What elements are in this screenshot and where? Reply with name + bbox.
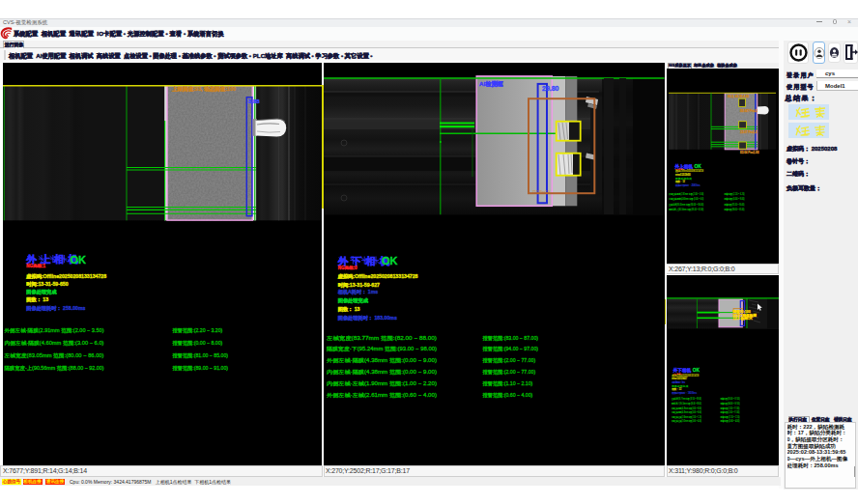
svg-text:相机A耗时： 1ms: 相机A耗时： 1ms — [337, 289, 379, 295]
svg-text:内侧左械-隔膜(4.60mm 范围:(3.00 ~ 6.0): 内侧左械-隔膜(4.60mm 范围:(3.00 ~ 6.0) — [669, 197, 703, 201]
svg-text:12.5 检测OK: 12.5 检测OK — [732, 316, 753, 321]
svg-text:报警范围:(0.00 ~ 8.00): 报警范围:(0.00 ~ 8.00) — [725, 197, 745, 201]
svg-text:报警范围:(1.10 ~ 2.10): 报警范围:(1.10 ~ 2.10) — [721, 414, 740, 418]
svg-text:图像处理耗时： 258.00ms: 图像处理耗时： 258.00ms — [26, 304, 85, 311]
svg-text:内侧左械-左械(1.90mm 范围:(1.00 ~ 2.20: 内侧左械-左械(1.90mm 范围:(1.00 ~ 2.20) — [672, 414, 701, 418]
svg-text:报警范围:(89.00 ~ 91.00): 报警范围:(89.00 ~ 91.00) — [725, 208, 745, 211]
svg-text:隔膜宽度-下(95.24mm 范围:(93.00 ~ 98.: 隔膜宽度-下(95.24mm 范围:(93.00 ~ 98.00) — [327, 346, 437, 352]
svg-text:内侧左械-左械(1.90mm 范围:(1.00 ~ 2.20: 内侧左械-左械(1.90mm 范围:(1.00 ~ 2.20) — [327, 379, 437, 386]
svg-text:上限阈值:93, 动态阈值:100: 上限阈值:93, 动态阈值:100 — [171, 86, 236, 93]
svg-text:外侧左械-左械(2.61mm 范围:(0.60 ~ 4.00: 外侧左械-左械(2.61mm 范围:(0.60 ~ 4.00) — [672, 419, 701, 423]
svg-text:报警范围:(94.00 ~ 97.00): 报警范围:(94.00 ~ 97.00) — [483, 346, 539, 352]
svg-text:隔膜宽度-下(95.24mm 范围:(93.00 ~ 98.: 隔膜宽度-下(95.24mm 范围:(93.00 ~ 98.00) — [672, 402, 701, 406]
svg-text:NG光梳:0: NG光梳:0 — [338, 265, 358, 269]
svg-text:报警范围:(2.00 ~ 77.00): 报警范围:(2.00 ~ 77.00) — [483, 357, 536, 364]
svg-text:OK: OK — [693, 368, 701, 373]
svg-text:隔膜宽度-上(90.56mm 范围:(88.00 ~ 92.: 隔膜宽度-上(90.56mm 范围:(88.00 ~ 92.00) — [669, 208, 703, 211]
svg-text:图像处理耗时： 258.00ms: 图像处理耗时： 258.00ms — [675, 183, 701, 187]
svg-text:外侧左械-隔膜(2.91mm 范围:(2.00 ~ 3.50: 外侧左械-隔膜(2.91mm 范围:(2.00 ~ 3.50) — [669, 191, 703, 195]
svg-text:图像处理完成: 图像处理完成 — [26, 289, 57, 295]
svg-text:OK: OK — [382, 255, 398, 266]
svg-text:83.64 Pos1.08: 83.64 Pos1.08 — [740, 151, 759, 154]
svg-text:23.07 Pos1.8: 23.07 Pos1.8 — [740, 129, 758, 133]
svg-text:NG光梳:1: NG光梳:1 — [26, 264, 45, 268]
svg-text:隔膜宽度-上(90.56mm 范围:(88.00 ~ 92.: 隔膜宽度-上(90.56mm 范围:(88.00 ~ 92.00) — [4, 365, 103, 372]
svg-text:内侧左械-隔膜(4.38mm 范围:(0.00 ~ 9.00: 内侧左械-隔膜(4.38mm 范围:(0.00 ~ 9.00) — [672, 410, 701, 414]
svg-text:图数： 13: 图数： 13 — [26, 296, 48, 303]
svg-text:外侧左械-左械(2.61mm 范围:(0.60 ~ 4.00: 外侧左械-左械(2.61mm 范围:(0.60 ~ 4.00) — [327, 391, 437, 398]
svg-text:报警范围:(2.20 ~ 3.20): 报警范围:(2.20 ~ 3.20) — [172, 327, 222, 334]
svg-text:AI检测框: AI检测框 — [479, 79, 504, 87]
svg-text:报警范围:(83.00 ~ 87.00): 报警范围:(83.00 ~ 87.00) — [721, 397, 740, 401]
svg-text:图像处理完成: 图像处理完成 — [338, 297, 369, 304]
svg-text:报警范围:(0.00 ~ 8.00): 报警范围:(0.00 ~ 8.00) — [172, 340, 222, 347]
svg-text:左械宽度(83.77mm 范围:(82.00 ~ 88.00: 左械宽度(83.77mm 范围:(82.00 ~ 88.00) — [672, 397, 701, 401]
svg-text:左械宽度(83.77mm 范围:(82.00 ~ 88.00: 左械宽度(83.77mm 范围:(82.00 ~ 88.00) — [326, 334, 438, 341]
svg-text:86.3, 46.38.4-88: 86.3, 46.38.4-88 — [728, 94, 749, 98]
svg-text:报警范围:(83.00 ~ 87.00): 报警范围:(83.00 ~ 87.00) — [483, 334, 539, 341]
svg-text:图像处理耗时： 183.00ms: 图像处理耗时： 183.00ms — [338, 315, 397, 322]
svg-text:报警范围:(0.60 ~ 4.00): 报警范围:(0.60 ~ 4.00) — [483, 391, 533, 398]
svg-text:虚拟码:Offline20250208133134728: 虚拟码:Offline20250208133134728 — [25, 272, 106, 279]
svg-text:虚拟码:Offline20250208133134728: 虚拟码:Offline20250208133134728 — [337, 273, 418, 280]
svg-text:报警范围:(2.00 ~ 77.00): 报警范围:(2.00 ~ 77.00) — [721, 410, 740, 414]
svg-text:时间:13-31-59-650: 时间:13-31-59-650 — [26, 280, 68, 287]
svg-text:报警范围:(0.60 ~ 4.00): 报警范围:(0.60 ~ 4.00) — [721, 419, 740, 423]
svg-text:报警范围:(2.20 ~ 3.20): 报警范围:(2.20 ~ 3.20) — [725, 191, 745, 195]
svg-text:外侧左械-隔膜(4.38mm 范围:(0.00 ~ 9.00: 外侧左械-隔膜(4.38mm 范围:(0.00 ~ 9.00) — [672, 406, 701, 409]
svg-text:报警范围:(2.00 ~ 77.00): 报警范围:(2.00 ~ 77.00) — [721, 406, 740, 409]
svg-text:图数： 13: 图数： 13 — [338, 306, 360, 313]
svg-text:时间:13-31-59-627: 时间:13-31-59-627 — [338, 281, 380, 288]
svg-text:报警范围:(2.00 ~ 77.00): 报警范围:(2.00 ~ 77.00) — [483, 369, 536, 376]
svg-text:外侧左械-隔膜(4.38mm 范围:(0.00 ~ 9.00: 外侧左械-隔膜(4.38mm 范围:(0.00 ~ 9.00) — [327, 357, 437, 364]
svg-text:左械宽度(83.05mm 范围:(80.00 ~ 86.00: 左械宽度(83.05mm 范围:(80.00 ~ 86.00) — [669, 202, 703, 206]
svg-text:内侧左械-隔膜(4.60mm 范围:(3.00 ~ 6.0): 内侧左械-隔膜(4.60mm 范围:(3.00 ~ 6.0) — [4, 340, 103, 347]
svg-text:报警范围:(81.00 ~ 85.00): 报警范围:(81.00 ~ 85.00) — [725, 202, 745, 206]
svg-text:外侧左械-隔膜(2.91mm 范围:(2.00 ~ 3.50: 外侧左械-隔膜(2.91mm 范围:(2.00 ~ 3.50) — [4, 327, 103, 334]
svg-text:内侧左械-隔膜(4.38mm 范围:(0.00 ~ 9.00: 内侧左械-隔膜(4.38mm 范围:(0.00 ~ 9.00) — [327, 369, 437, 376]
svg-text:3.88: 3.88 — [248, 98, 260, 104]
svg-text:OK: OK — [70, 253, 86, 265]
svg-text:报警范围:(89.00 ~ 91.00): 报警范围:(89.00 ~ 91.00) — [172, 365, 228, 372]
svg-text:左械宽度(83.05mm 范围:(80.00 ~ 86.00: 左械宽度(83.05mm 范围:(80.00 ~ 86.00) — [3, 352, 103, 359]
svg-text:29.80: 29.80 — [542, 85, 559, 92]
svg-text:报警范围:(1.10 ~ 2.10): 报警范围:(1.10 ~ 2.10) — [483, 379, 533, 386]
svg-text:报警范围:(81.00 ~ 85.00): 报警范围:(81.00 ~ 85.00) — [172, 352, 228, 359]
svg-text:报警范围:(94.00 ~ 97.00): 报警范围:(94.00 ~ 97.00) — [721, 402, 740, 406]
svg-text:图像处理耗时： 183.00ms: 图像处理耗时： 183.00ms — [672, 390, 697, 394]
svg-text:OK: OK — [695, 164, 702, 169]
